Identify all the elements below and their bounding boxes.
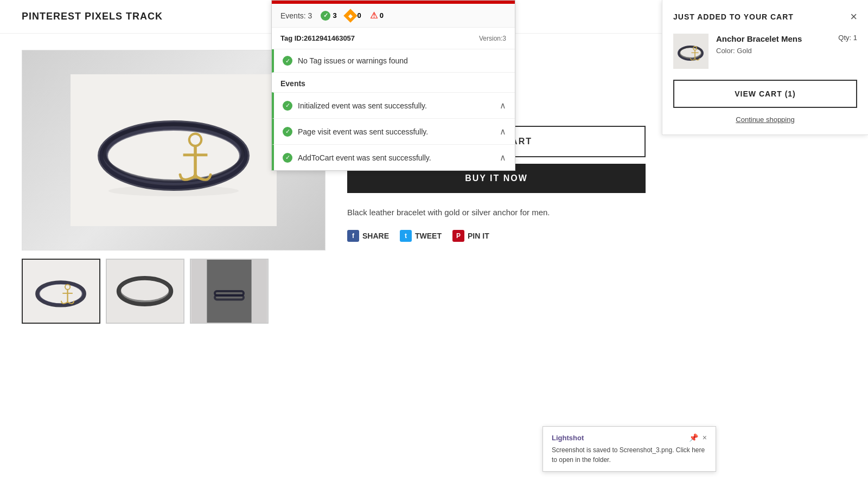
chevron-up-icon-2: ∧ (500, 126, 506, 137)
event-row-2[interactable]: ✓ Page visit event was sent successfully… (272, 118, 515, 144)
error-triangle-icon: ⚠ (370, 10, 378, 21)
pin-label: PIN IT (468, 232, 489, 240)
lightshot-panel: Lightshot 📌 × Screenshot is saved to Scr… (542, 426, 716, 472)
warn-count: ◆ 0 (346, 11, 361, 21)
event-check-icon-2: ✓ (283, 127, 292, 137)
svg-point-9 (108, 185, 239, 196)
no-issues-row: ✓ No Tag issues or warnings found (272, 49, 515, 73)
tag-id: Tag ID:2612941463057 (280, 34, 355, 42)
facebook-share-button[interactable]: f SHARE (347, 230, 389, 242)
event-check-icon-3: ✓ (283, 153, 292, 163)
pinterest-share-button[interactable]: P PIN IT (452, 230, 489, 242)
facebook-icon: f (347, 230, 359, 242)
pinterest-icon: P (452, 230, 464, 242)
thumbnail-2[interactable] (106, 259, 184, 324)
cart-item-info: Anchor Bracelet Mens Color: Gold (716, 34, 831, 55)
cart-item-qty: Qty: 1 (838, 34, 857, 42)
lightshot-message: Screenshot is saved to Screenshot_3.png.… (552, 445, 707, 465)
chevron-up-icon-3: ∧ (500, 152, 506, 163)
svg-point-8 (193, 174, 197, 178)
events-label: Events: 3 (280, 11, 312, 20)
page: PINTEREST PIXELS TRACK (0, 0, 868, 488)
lightshot-actions: 📌 × (689, 433, 707, 442)
events-bar: Events: 3 ✓ 3 ◆ 0 ⚠ 0 (272, 4, 515, 28)
twitter-share-button[interactable]: t TWEET (400, 230, 442, 242)
event-text-2: Page visit event was sent successfully. (298, 127, 428, 136)
share-label: SHARE (362, 232, 389, 240)
pixels-panel: Events: 3 ✓ 3 ◆ 0 ⚠ 0 Tag ID:26129414630… (271, 0, 515, 171)
no-issues-text: No Tag issues or warnings found (298, 56, 408, 65)
thumbnail-row (22, 259, 326, 324)
continue-shopping-button[interactable]: Continue shopping (673, 115, 857, 124)
check-circle-icon: ✓ (321, 11, 330, 21)
no-issues-check-icon: ✓ (283, 56, 292, 66)
site-title: PINTEREST PIXELS TRACK (22, 11, 163, 22)
warn-diamond-icon: ◆ (343, 9, 357, 22)
share-row: f SHARE t TWEET P PIN IT (347, 230, 846, 242)
event-check-icon-1: ✓ (283, 101, 292, 111)
lightshot-close-button[interactable]: × (703, 433, 707, 442)
cart-item-thumbnail (673, 34, 709, 69)
lightshot-pin-button[interactable]: 📌 (689, 433, 698, 442)
lightshot-title: Lightshot (552, 434, 584, 442)
events-section-title: Events (280, 79, 506, 88)
cart-item-color: Color: Gold (716, 47, 831, 55)
bracelet-svg (71, 74, 277, 226)
tweet-label: TWEET (415, 232, 442, 240)
view-cart-button[interactable]: VIEW CART (1) (673, 80, 857, 108)
cart-header: JUST ADDED TO YOUR CART × (673, 11, 857, 23)
thumbnail-1[interactable] (22, 259, 100, 324)
event-row-1[interactable]: ✓ Initialized event was sent successfull… (272, 92, 515, 118)
check-count: ✓ 3 (321, 11, 336, 21)
event-text-3: AddToCart event was sent successfully. (298, 153, 431, 162)
tag-version: Version:3 (479, 35, 506, 42)
cart-close-button[interactable]: × (850, 11, 857, 23)
cart-item-name: Anchor Bracelet Mens (716, 34, 831, 44)
cart-title: JUST ADDED TO YOUR CART (673, 12, 794, 21)
cart-item: Anchor Bracelet Mens Color: Gold Qty: 1 (673, 34, 857, 69)
event-row-3[interactable]: ✓ AddToCart event was sent successfully.… (272, 144, 515, 170)
product-description: Black leather bracelet with gold or silv… (347, 207, 846, 219)
twitter-icon: t (400, 230, 412, 242)
events-section: Events (272, 73, 515, 88)
error-count: ⚠ 0 (370, 10, 384, 21)
cart-panel: JUST ADDED TO YOUR CART × (662, 0, 868, 135)
svg-rect-10 (23, 260, 99, 323)
chevron-up-icon-1: ∧ (500, 100, 506, 111)
tag-info: Tag ID:2612941463057 Version:3 (272, 28, 515, 49)
event-text-1: Initialized event was sent successfully. (298, 101, 427, 110)
lightshot-header: Lightshot 📌 × (552, 433, 707, 442)
thumbnail-3[interactable] (190, 259, 269, 324)
